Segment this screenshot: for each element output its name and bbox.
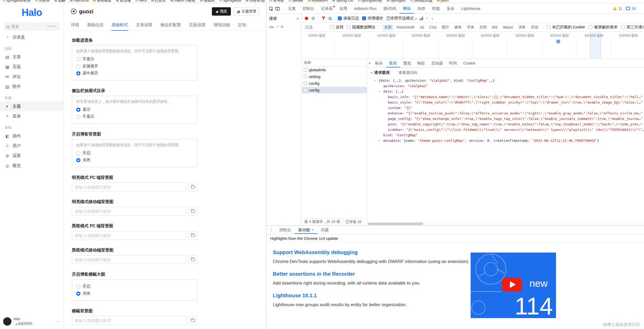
detail-tab-载荷[interactable]: 载荷: [386, 59, 400, 67]
drawer-tab-新功能[interactable]: 新功能: [295, 225, 317, 234]
bookmark-item[interactable]: 尚硅谷Sp: [246, 0, 265, 3]
folder-picker-button[interactable]: [188, 316, 197, 325]
hide-data-urls-checkbox[interactable]: 隐藏数据网址: [347, 25, 376, 30]
radio-option[interactable]: 开启: [76, 283, 193, 290]
sidebar-item-posts[interactable]: ▤文章: [0, 52, 64, 62]
devtools-tab-记录器[interactable]: 记录器: [318, 3, 336, 14]
filter-chip-其他[interactable]: 其他: [529, 24, 540, 30]
devtools-tab-Adblock Plus[interactable]: Adblock Plus: [351, 3, 380, 14]
export-har-icon[interactable]: [431, 16, 433, 21]
record-button[interactable]: [305, 17, 308, 20]
filter-checkbox[interactable]: 有已拦截的 Cookie: [547, 25, 585, 30]
radio-option[interactable]: 显示: [76, 106, 193, 113]
sidebar-item-attachments[interactable]: ▧附件: [0, 82, 64, 92]
radio-option[interactable]: 不显示: [76, 56, 193, 63]
sidebar-item-plugins[interactable]: ◧插件: [0, 131, 64, 141]
column-header-name[interactable]: 名称: [302, 59, 367, 67]
radio-option[interactable]: 开启: [76, 150, 193, 157]
detail-tab-标头[interactable]: 标头: [372, 59, 386, 67]
devtools-tab-应用[interactable]: 应用: [336, 3, 351, 14]
horizontal-scrollbar[interactable]: [367, 222, 644, 225]
folder-picker-button[interactable]: [188, 255, 197, 264]
network-conditions-icon[interactable]: [420, 17, 423, 20]
drawer-menu-icon[interactable]: [267, 227, 276, 232]
image-path-input[interactable]: [72, 255, 186, 264]
bookmark-item[interactable]: 炯码网: [289, 0, 303, 3]
filter-chip-全部[interactable]: 全部: [382, 24, 394, 30]
whats-new-heading[interactable]: Lighthouse 10.1.1: [273, 293, 644, 299]
detail-tab-时间[interactable]: 时间: [446, 59, 460, 67]
filter-chip-JS[interactable]: JS: [418, 24, 426, 30]
clear-icon[interactable]: [311, 16, 315, 21]
bookmark-item[interactable]: 巨婴云: [151, 0, 166, 3]
devtools-tab-安全[interactable]: 安全: [443, 3, 458, 14]
messages-icon[interactable]: [626, 7, 630, 10]
filter-checkbox[interactable]: 被屏蔽的请求: [589, 25, 617, 30]
warning-icon[interactable]: [613, 7, 617, 10]
preview-button[interactable]: 预览: [212, 7, 231, 16]
radio-option[interactable]: 左侧展开: [76, 63, 193, 70]
close-icon[interactable]: [296, 16, 299, 21]
collapse-arrow-icon[interactable]: [371, 71, 372, 74]
global-search[interactable]: 搜索 Ctrl+K: [4, 22, 60, 31]
bookmark-item[interactable]: 黑马程: [269, 0, 284, 3]
detail-tab-启动器[interactable]: 启动器: [428, 59, 446, 67]
user-profile[interactable]: roro 超级管理员: [0, 315, 64, 327]
detail-tab-Cookie[interactable]: Cookie: [460, 59, 479, 67]
tab-定制[interactable]: 定制: [238, 20, 246, 31]
expander-arrow[interactable]: ▾: [374, 78, 375, 83]
image-path-input[interactable]: [72, 316, 186, 325]
bookmark-item[interactable]: macochd: [70, 0, 89, 3]
filter-chip-Wasm[interactable]: Wasm: [501, 24, 515, 30]
bookmark-item[interactable]: jsdm: [437, 0, 449, 3]
bookmark-item[interactable]: NAS: [135, 0, 147, 3]
bookmark-item[interactable]: SpringBoot: [219, 0, 241, 3]
expander-arrow[interactable]: ▾: [378, 89, 380, 94]
devtools-tab-源/代码[interactable]: 源/代码: [380, 3, 400, 14]
more-button[interactable]: [56, 319, 60, 324]
expander-arrow[interactable]: ▸: [378, 138, 380, 143]
filter-icon[interactable]: [321, 17, 325, 20]
tab-文章设置[interactable]: 文章设置: [136, 20, 153, 31]
filter-chip-WS[interactable]: WS: [490, 24, 500, 30]
devtools-tab-元素[interactable]: 元素: [285, 3, 299, 14]
bookmark-item[interactable]: Java面试题: [410, 0, 433, 3]
sidebar-item-themes[interactable]: ◐主题: [0, 101, 64, 111]
devtools-tab-控制台[interactable]: 控制台: [299, 3, 318, 14]
filter-chip-图片[interactable]: 图片: [440, 24, 451, 30]
bookmark-item[interactable]: mall学习教程: [171, 0, 195, 3]
throttling-select[interactable]: 已停用节流模式: [386, 16, 416, 21]
filter-chip-文档[interactable]: 文档: [477, 24, 489, 30]
disable-cache-checkbox[interactable]: 停用缓存: [362, 16, 383, 21]
view-source-link[interactable]: 查看源代码: [399, 70, 417, 75]
device-toolbar-icon[interactable]: [275, 7, 279, 10]
close-icon[interactable]: [312, 225, 314, 234]
bookmark-item[interactable]: 前后端: [116, 0, 131, 3]
radio-option[interactable]: 关闭: [76, 157, 193, 164]
import-har-icon[interactable]: [426, 16, 428, 21]
whats-new-heading[interactable]: Support WebAssembly debugging: [273, 249, 644, 255]
tab-增强功能[interactable]: 增强功能: [213, 20, 230, 31]
filter-chip-Fetch/XHR[interactable]: Fetch/XHR: [395, 24, 416, 30]
tab-基础样式[interactable]: 基础样式: [111, 20, 128, 31]
radio-option[interactable]: 不显示: [76, 113, 193, 120]
request-row[interactable]: config: [302, 80, 367, 87]
request-row[interactable]: setting: [302, 73, 367, 80]
sidebar-item-comments[interactable]: ✉评论: [0, 72, 64, 82]
sidebar-item-users[interactable]: ☺用户: [0, 141, 64, 151]
bookmark-item[interactable]: 图解: [54, 0, 65, 3]
filter-chip-媒体[interactable]: 媒体: [452, 24, 464, 30]
image-path-input[interactable]: [72, 231, 186, 240]
folder-picker-button[interactable]: [188, 207, 197, 216]
devtools-tab-网络[interactable]: 网络: [400, 3, 414, 14]
filter-chip-CSS[interactable]: CSS: [427, 24, 439, 30]
inspect-icon[interactable]: [269, 7, 273, 10]
tab-基础信息[interactable]: 基础信息: [87, 20, 104, 31]
tab-页面设置[interactable]: 页面设置: [189, 20, 206, 31]
filter-input[interactable]: 过滤: [305, 25, 327, 30]
sidebar-item-pages[interactable]: ▦页面: [0, 62, 64, 72]
request-row[interactable]: globalinfo: [302, 67, 367, 73]
network-timeline[interactable]: 50000 毫秒100000 毫秒150000 毫秒200000 毫秒25000…: [302, 32, 644, 59]
tab-详情[interactable]: 详情: [71, 20, 79, 31]
detail-tab-预览[interactable]: 预览: [400, 59, 414, 67]
